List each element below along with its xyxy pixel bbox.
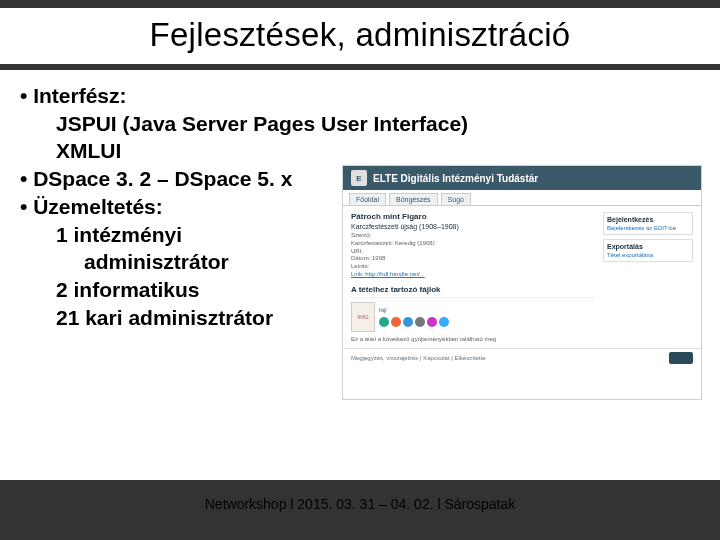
chip-icon — [427, 317, 437, 327]
shot-meta-4: Leírás: — [351, 263, 595, 271]
slide-title: Fejlesztések, adminisztráció — [0, 8, 720, 64]
screenshot-dspace: E ELTE Digitális Intézményi Tudástár Főo… — [342, 165, 702, 400]
shot-file-chips: fájl — [379, 307, 449, 327]
shot-footer-text: Megjegyzés, visszajelzés | Kapcsolat | E… — [351, 355, 486, 361]
shot-tab-help: Súgó — [441, 193, 471, 205]
shot-thumbnail-icon: IMG — [351, 302, 375, 332]
shot-export-title: Exportálás — [607, 243, 689, 250]
slide: Fejlesztések, adminisztráció • Interfész… — [0, 0, 720, 540]
shot-right-column: Bejelentkezés Bejelentkezés az EDIT-be E… — [603, 212, 693, 344]
shot-tab-home: Főoldal — [349, 193, 386, 205]
slide-body: • Interfész: JSPUI (Java Server Pages Us… — [0, 70, 720, 480]
shot-export-link: Tétel exportálása — [607, 252, 653, 258]
shot-tabs: Főoldal Böngészés Súgó — [343, 190, 701, 206]
shot-footer-logo-icon — [669, 352, 693, 364]
shot-meta-3: Dátum: 1908 — [351, 255, 595, 263]
shot-meta-2: URI: — [351, 248, 595, 256]
chip-icon — [403, 317, 413, 327]
shot-brand: ELTE Digitális Intézményi Tudástár — [373, 173, 538, 184]
shot-files-row: IMG fájl — [351, 297, 595, 332]
bullet-jspui: JSPUI (Java Server Pages User Interface) — [20, 110, 468, 138]
shot-header: E ELTE Digitális Intézményi Tudástár — [343, 166, 701, 190]
chip-icon — [391, 317, 401, 327]
shot-left-column: Pátroch mint Figaro Karczfestészeti újsá… — [351, 212, 595, 344]
chip-icon — [439, 317, 449, 327]
shot-meta-1: Karczfestészeti: Keredig (1908) — [351, 240, 595, 248]
bullet-xmlui: XMLUI — [20, 137, 468, 165]
slide-footer: Networkshop l 2015. 03. 31 – 04. 02. l S… — [0, 496, 720, 512]
chip-icon — [415, 317, 425, 327]
shot-login-link: Bejelentkezés az EDIT-be — [607, 225, 676, 231]
shot-share-icons — [379, 317, 449, 327]
shot-login-box: Bejelentkezés Bejelentkezés az EDIT-be — [603, 212, 693, 235]
shot-logo-icon: E — [351, 170, 367, 186]
shot-item-subtitle: Karczfestészeti újság (1908–1908) — [351, 223, 595, 230]
shot-main: Pátroch mint Figaro Karczfestészeti újsá… — [343, 206, 701, 348]
shot-files-title: A tételhez tartozó fájlok — [351, 285, 595, 294]
chip-icon — [379, 317, 389, 327]
shot-meta-0: Szerző: — [351, 232, 595, 240]
shot-export-box: Exportálás Tétel exportálása — [603, 239, 693, 262]
shot-meta-link: Link: http://hdl.handle.net/... — [351, 271, 595, 279]
shot-login-title: Bejelentkezés — [607, 216, 689, 223]
bullet-interface: • Interfész: — [20, 82, 468, 110]
shot-tab-browse: Böngészés — [389, 193, 438, 205]
shot-file-label: fájl — [379, 307, 449, 315]
shot-footer: Megjegyzés, visszajelzés | Kapcsolat | E… — [343, 348, 701, 367]
shot-collections-note: Ez a tétel a következő gyűjteményekben t… — [351, 336, 595, 344]
shot-item-title: Pátroch mint Figaro — [351, 212, 595, 221]
